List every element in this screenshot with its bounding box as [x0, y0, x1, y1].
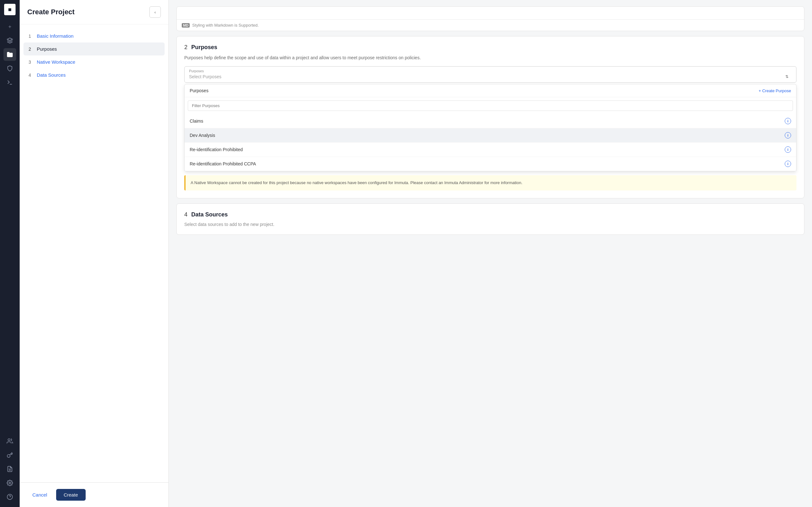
collapse-button[interactable]: ‹ [149, 6, 161, 18]
step-4-data-sources[interactable]: 4 Data Sources [20, 68, 168, 81]
help-icon[interactable] [3, 491, 16, 503]
purposes-select-value[interactable]: Select Purposes ⇅ [185, 73, 796, 82]
purposes-select[interactable]: Purposes Select Purposes ⇅ [184, 66, 797, 83]
data-sources-title: Data Sources [191, 211, 228, 218]
data-sources-num: 4 [184, 211, 188, 218]
app-logo: ■ [4, 4, 15, 15]
document-icon[interactable] [3, 463, 16, 475]
plus-icon[interactable]: ＋ [3, 20, 16, 33]
users-icon[interactable] [3, 435, 16, 447]
filter-purposes-input[interactable] [188, 101, 793, 111]
claims-info-icon[interactable]: i [785, 118, 791, 124]
markdown-icon: MD [182, 23, 190, 27]
dropdown-item-claims[interactable]: Claims i [185, 114, 796, 128]
dropdown-item-reidentification-ccpa[interactable]: Re-identification Prohibited CCPA i [185, 157, 796, 171]
purposes-select-label: Purposes [185, 66, 796, 73]
step-2-purposes[interactable]: 2 Purposes [23, 43, 165, 55]
data-sources-header: 4 Data Sources [184, 211, 797, 218]
layers-icon[interactable] [3, 34, 16, 47]
purposes-title: Purposes [191, 44, 217, 51]
purposes-description: Purposes help define the scope and use o… [184, 55, 797, 61]
svg-marker-0 [7, 38, 13, 41]
native-workspace-warning: A Native Workspace cannot be created for… [184, 175, 797, 190]
folder-icon[interactable] [3, 48, 16, 61]
panel-title: Create Project [27, 8, 74, 16]
purposes-section: 2 Purposes Purposes help define the scop… [176, 36, 804, 199]
step-1-basic-information[interactable]: 1 Basic Information [20, 30, 168, 43]
dropdown-item-reidentification[interactable]: Re-identification Prohibited i [185, 143, 796, 157]
filter-wrapper [185, 97, 796, 114]
create-purpose-link[interactable]: + Create Purpose [759, 89, 791, 93]
markdown-card: MD Styling with Markdown is Supported. [176, 6, 804, 31]
reidentification-info-icon[interactable]: i [785, 147, 791, 153]
svg-point-5 [9, 482, 11, 484]
settings-icon[interactable] [3, 476, 16, 489]
purposes-num: 2 [184, 44, 188, 51]
data-sources-description: Select data sources to add to the new pr… [184, 222, 797, 227]
create-button[interactable]: Create [56, 489, 86, 501]
sidebar: ■ ＋ [0, 0, 20, 507]
step-3-native-workspace[interactable]: 3 Native Workspace [20, 55, 168, 68]
cancel-button[interactable]: Cancel [27, 489, 52, 501]
panel-header: Create Project ‹ [20, 0, 168, 24]
dropdown-item-dev-analysis[interactable]: Dev Analysis i [185, 128, 796, 143]
select-arrow-icon: ⇅ [785, 74, 792, 79]
create-project-panel: Create Project ‹ 1 Basic Information 2 P… [20, 0, 169, 507]
markdown-bar: MD Styling with Markdown is Supported. [177, 19, 804, 31]
main-content: MD Styling with Markdown is Supported. 2… [169, 0, 812, 507]
shield-icon[interactable] [3, 62, 16, 75]
terminal-icon[interactable] [3, 76, 16, 89]
panel-footer: Cancel Create [20, 482, 168, 507]
dropdown-header: Purposes + Create Purpose [185, 84, 796, 97]
steps-nav: 1 Basic Information 2 Purposes 3 Native … [20, 24, 168, 482]
data-sources-section: 4 Data Sources Select data sources to ad… [176, 204, 804, 235]
key-icon[interactable] [3, 449, 16, 461]
markdown-text: Styling with Markdown is Supported. [192, 23, 259, 27]
purposes-header: 2 Purposes [184, 44, 797, 51]
dropdown-header-label: Purposes [190, 88, 208, 93]
svg-point-2 [8, 439, 10, 441]
reidentification-ccpa-info-icon[interactable]: i [785, 161, 791, 167]
dev-analysis-info-icon[interactable]: i [785, 132, 791, 138]
purposes-dropdown: Purposes + Create Purpose Claims i Dev A… [184, 84, 797, 171]
